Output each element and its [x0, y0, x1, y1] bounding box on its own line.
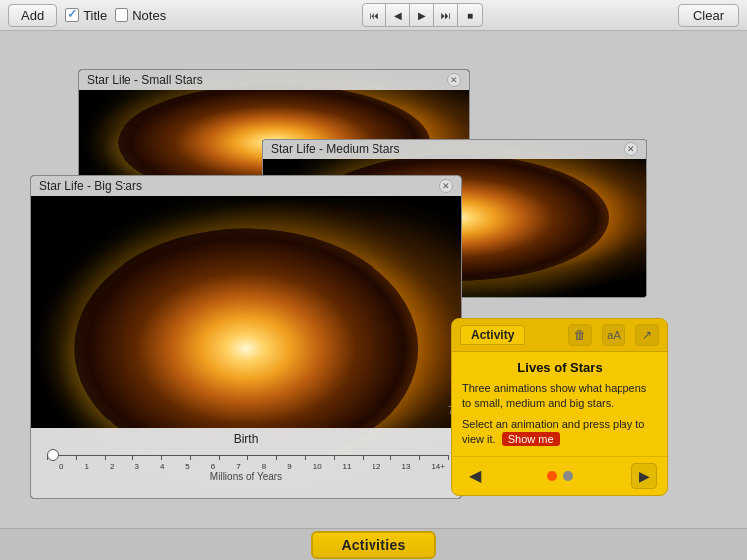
nav-play-button[interactable]: ▶	[410, 4, 434, 26]
panel-small-stars-close[interactable]: ✕	[447, 73, 461, 87]
title-checkbox[interactable]	[65, 8, 79, 22]
activity-play-button[interactable]: ▶	[631, 463, 657, 489]
panel-big-stars[interactable]: Star Life - Big Stars ✕ Birth	[30, 175, 462, 499]
add-button[interactable]: Add	[8, 4, 57, 27]
nav-controls: ⏮ ◀ ▶ ⏭ ■	[362, 3, 483, 27]
timeline-area: Birth	[31, 428, 461, 498]
panel-big-stars-title-bar: Star Life - Big Stars ✕	[31, 176, 461, 196]
panel-medium-stars-title-bar: Star Life - Medium Stars ✕	[263, 140, 646, 159]
show-me-button[interactable]: Show me	[502, 432, 560, 446]
clear-button[interactable]: Clear	[678, 4, 739, 27]
title-checkbox-group: Title	[65, 8, 107, 23]
activities-button[interactable]: Activities	[311, 531, 435, 559]
activity-text-size-button[interactable]: aA	[602, 324, 625, 346]
nav-stop-button[interactable]: ■	[458, 4, 482, 26]
bottom-bar: Activities	[0, 528, 747, 560]
panel-small-stars-title-bar: Star Life - Small Stars ✕	[79, 70, 469, 90]
activity-dot-2[interactable]	[563, 471, 573, 481]
timeline-thumb[interactable]	[47, 449, 59, 461]
activity-prev-button[interactable]: ◀	[462, 463, 488, 489]
activity-popup: Activity 🗑 aA ↗ Lives of Stars Three ani…	[451, 318, 668, 496]
activity-popup-body: Lives of Stars Three animations show wha…	[452, 352, 667, 456]
activity-popup-title: Lives of Stars	[462, 360, 657, 375]
timeline-track[interactable]	[39, 448, 453, 462]
activity-delete-button[interactable]: 🗑	[568, 324, 592, 346]
nav-prev-button[interactable]: ◀	[386, 4, 410, 26]
activity-tab[interactable]: Activity	[460, 325, 525, 345]
activity-popup-description: Three animations show what happens to sm…	[462, 381, 657, 412]
panel-medium-stars-title: Star Life - Medium Stars	[271, 142, 399, 156]
activity-dot-nav	[547, 471, 573, 481]
notes-label: Notes	[132, 8, 166, 23]
activity-popup-header: Activity 🗑 aA ↗	[452, 319, 667, 352]
activity-popup-footer: ◀ ▶	[452, 456, 667, 495]
timeline-birth-label: Birth	[39, 432, 453, 446]
activity-dot-1[interactable]	[547, 471, 557, 481]
nav-next-button[interactable]: ⏭	[434, 4, 458, 26]
panel-small-stars-title: Star Life - Small Stars	[87, 73, 203, 87]
panel-big-stars-close[interactable]: ✕	[439, 179, 453, 193]
panel-big-stars-title: Star Life - Big Stars	[39, 179, 142, 193]
timeline-ticks	[47, 455, 449, 460]
toolbar: Add Title Notes ⏮ ◀ ▶ ⏭ ■ Clear	[0, 0, 747, 31]
main-area: Star Life - Small Stars ✕ Star Life - Me…	[0, 31, 747, 528]
panel-medium-stars-close[interactable]: ✕	[624, 142, 638, 156]
notes-checkbox-group: Notes	[115, 8, 166, 23]
notes-checkbox[interactable]	[115, 8, 128, 22]
timeline-numbers: 01234567891011121314+	[39, 462, 453, 471]
activity-expand-button[interactable]: ↗	[635, 324, 659, 346]
timeline-axis-label: Millions of Years	[39, 471, 453, 482]
nav-first-button[interactable]: ⏮	[363, 4, 386, 26]
title-label: Title	[83, 8, 107, 23]
activity-popup-prompt: Select an animation and press play to vi…	[462, 418, 657, 448]
